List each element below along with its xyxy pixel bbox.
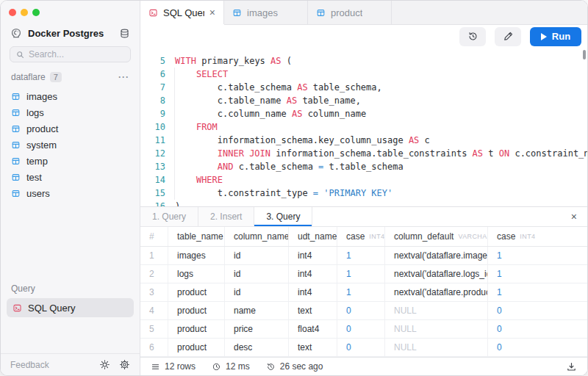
table-icon (11, 189, 21, 198)
result-table-header: #table_name…column_name…udt_name…caseINT… (140, 227, 587, 247)
column-name: table_name (177, 231, 223, 242)
database-icon[interactable] (119, 28, 130, 39)
table-cell: NULL (385, 302, 488, 319)
result-tab-1-query[interactable]: 1. Query (140, 207, 198, 226)
table-row[interactable]: 6productdesctext0NULL0 (140, 339, 587, 357)
editor-scrollbar[interactable] (583, 50, 586, 59)
editor-toolbar: Run (140, 25, 587, 48)
table-cell: name (225, 302, 289, 319)
table-icon (232, 8, 242, 18)
tab-product[interactable]: product (308, 1, 392, 24)
table-row[interactable]: 2logsidint41nextval('dataflare.logs_id_s… (140, 265, 587, 283)
tab-label: SQL Query (163, 7, 204, 18)
main-area: SQL Query×imagesproduct Run 5WITH primar… (140, 1, 587, 375)
table-cell: text (289, 302, 337, 319)
table-list: imageslogsproductsystemtemptestusers (7, 88, 134, 201)
traffic-lights (1, 1, 140, 16)
result-tab-2-insert[interactable]: 2. Insert (198, 207, 254, 226)
sidebar-item-product[interactable]: product (7, 120, 134, 137)
table-row[interactable]: 1imagesidint41nextval('dataflare.images_… (140, 247, 587, 265)
table-cell: int4 (289, 265, 337, 283)
column-header-column_name[interactable]: column_name… (225, 227, 289, 246)
play-icon (541, 33, 547, 40)
column-header-udt_name[interactable]: udt_name… (289, 227, 337, 246)
format-button[interactable] (495, 27, 521, 46)
close-button[interactable] (9, 9, 16, 16)
results-panel: 1. Query2. Insert3. Query× #table_name…c… (140, 206, 587, 375)
code-line: 15 t.constraint_type = 'PRIMARY KEY' (140, 187, 587, 200)
run-button[interactable]: Run (530, 27, 581, 46)
table-cell: 1 (337, 283, 385, 301)
connection-header: Docker Postgres (10, 27, 130, 39)
sidebar-item-sql-query[interactable]: SQL Query (7, 298, 134, 317)
schema-name[interactable]: dataflare (11, 72, 46, 82)
tab-sql-query[interactable]: SQL Query× (140, 1, 224, 24)
code-text: WITH primary_keys AS ( (165, 54, 292, 68)
result-statusbar: 12 rows12 ms26 sec ago (140, 357, 587, 375)
column-header-case[interactable]: caseINT4 (488, 227, 587, 246)
column-header-column_default[interactable]: column_defaultVARCHAR (385, 227, 488, 246)
table-cell: 0 (337, 302, 385, 319)
tab-label: product (331, 7, 362, 18)
settings-gear-icon[interactable] (119, 359, 130, 370)
indent-guide (174, 68, 175, 200)
more-icon[interactable]: ··· (118, 72, 129, 82)
table-cell: id (225, 247, 289, 264)
history-button[interactable] (459, 27, 486, 46)
result-tab-3-query[interactable]: 3. Query (254, 207, 312, 226)
code-text: INNER JOIN information_schema.table_cons… (165, 147, 587, 160)
column-header-table_name[interactable]: table_name… (168, 227, 225, 246)
theme-sun-icon[interactable] (99, 359, 110, 370)
clock-icon (212, 362, 221, 372)
sidebar-item-label: images (26, 91, 57, 102)
zoom-button[interactable] (32, 9, 40, 16)
table-cell: int4 (289, 247, 337, 264)
table-cell: images (168, 247, 225, 264)
table-cell: product (168, 283, 225, 301)
search-box (10, 46, 131, 62)
table-cell: nextval('dataflare.logs_id_seq'… (385, 265, 488, 283)
minimize-button[interactable] (21, 9, 28, 16)
postgres-elephant-icon (10, 27, 22, 39)
line-number: 8 (140, 94, 165, 107)
column-header-index[interactable]: # (140, 227, 168, 246)
results-close-icon[interactable]: × (561, 207, 587, 226)
sidebar-item-label: SQL Query (28, 303, 76, 314)
column-type: VARCHAR (458, 233, 488, 240)
column-header-case[interactable]: caseINT4 (337, 227, 385, 246)
sidebar-item-logs[interactable]: logs (7, 104, 134, 120)
table-cell: 0 (337, 320, 385, 338)
run-button-label: Run (552, 31, 570, 42)
sidebar-item-label: system (26, 140, 57, 151)
table-row[interactable]: 5productpricefloat40NULL0 (140, 320, 587, 339)
line-number: 12 (140, 147, 165, 160)
query-section-title: Query (7, 283, 134, 298)
table-row[interactable]: 3productidint41nextval('dataflare.produc… (140, 283, 587, 302)
sidebar-item-test[interactable]: test (7, 169, 134, 185)
code-line: 10 FROM (140, 120, 587, 134)
sql-editor[interactable]: 5WITH primary_keys AS (6 SELECT7 c.table… (140, 48, 587, 206)
table-icon (316, 8, 326, 18)
sidebar-item-images[interactable]: images (7, 88, 134, 104)
code-line: 5WITH primary_keys AS ( (140, 54, 587, 68)
tab-images[interactable]: images (224, 1, 308, 24)
column-name: column_default (394, 231, 453, 242)
sidebar-item-temp[interactable]: temp (7, 153, 134, 169)
table-cell: id (225, 283, 289, 301)
table-cell: id (225, 265, 289, 283)
table-icon (11, 140, 21, 150)
feedback-link[interactable]: Feedback (10, 360, 49, 370)
search-input[interactable] (29, 49, 125, 59)
code-line: 7 c.table_schema AS table_schema, (140, 81, 587, 94)
code-text: information_schema.key_column_usage AS c (165, 134, 430, 147)
sidebar-item-users[interactable]: users (7, 185, 134, 201)
code-text: t.constraint_type = 'PRIMARY KEY' (165, 187, 392, 200)
table-cell: 0 (488, 320, 587, 338)
rows-icon (151, 362, 160, 372)
line-number: 16 (140, 200, 165, 206)
code-line: 9 c.column_name AS column_name (140, 107, 587, 120)
download-icon[interactable] (566, 361, 577, 372)
sidebar-item-system[interactable]: system (7, 137, 134, 153)
table-row[interactable]: 4productnametext0NULL0 (140, 302, 587, 320)
tab-close-icon[interactable]: × (209, 7, 215, 18)
